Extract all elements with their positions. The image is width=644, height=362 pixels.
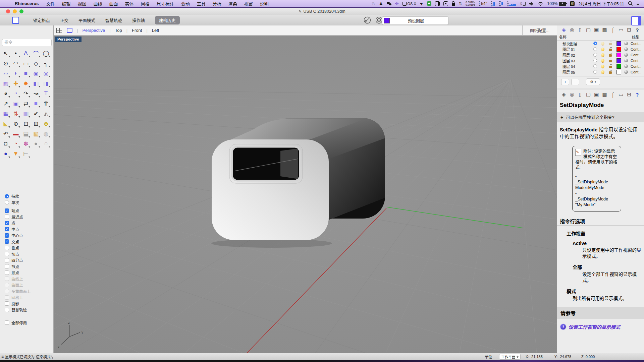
spotlight-search-icon[interactable] xyxy=(628,1,633,6)
ssd-monitor[interactable]: SSD xyxy=(491,1,495,7)
surface-curved-icon[interactable]: ◗ xyxy=(11,68,21,78)
osnap-垂点[interactable]: 垂点 xyxy=(5,245,52,251)
toolbar-toggle[interactable]: 操作轴 xyxy=(132,17,145,23)
viewport-tab-front[interactable]: Front xyxy=(132,28,142,33)
box-icon[interactable]: ▢ xyxy=(585,27,592,33)
toolbar-toggle[interactable]: 平面模式 xyxy=(78,17,95,23)
split-left-icon[interactable]: ◧ xyxy=(31,78,41,88)
osnap-节点[interactable]: 节点 xyxy=(5,263,52,270)
layer-row[interactable]: 图层 01Cont... xyxy=(557,46,644,52)
toolbar-toggle[interactable]: 智慧轨迹 xyxy=(105,17,122,23)
osnap-投影[interactable]: 投影 xyxy=(5,301,52,307)
layer-lock-icon[interactable] xyxy=(609,54,612,57)
wifi-icon[interactable] xyxy=(538,2,543,6)
four-viewport-icon[interactable] xyxy=(56,28,62,33)
menubar-item[interactable]: 尺寸标注 xyxy=(157,0,174,7)
viewport-title-overlay[interactable]: Perspective xyxy=(55,37,82,42)
where-to-find-bar[interactable]: + 可以在哪里找到这个指令? xyxy=(557,112,644,122)
command-input[interactable] xyxy=(2,39,52,46)
trim-icon[interactable]: ▥ xyxy=(21,109,31,119)
layer-visibility-bulb[interactable] xyxy=(601,53,604,57)
page-icon[interactable]: ▯ xyxy=(577,27,584,33)
osnap-中点[interactable]: ✓中点 xyxy=(5,226,52,233)
single-viewport-icon[interactable] xyxy=(67,28,72,33)
osnap-radio-持续[interactable]: 持续 xyxy=(5,193,52,199)
layer-lock-icon[interactable] xyxy=(609,49,612,51)
perspective-viewport[interactable]: zxy Perspective xyxy=(54,36,557,353)
notification-center-icon[interactable]: ≡ xyxy=(637,1,639,6)
cage-edit-icon[interactable]: ◭ xyxy=(41,109,51,119)
cone-icon[interactable]: ▼ xyxy=(11,149,21,159)
menubar-item[interactable]: 变动 xyxy=(181,0,190,7)
polygon-icon[interactable]: ◇ xyxy=(31,58,41,68)
layer-row[interactable]: 图层 02Cont... xyxy=(557,52,644,58)
record-history-icon[interactable] xyxy=(364,16,371,24)
polyline-icon[interactable]: Λ xyxy=(21,48,31,58)
explode-icon[interactable]: ✸ xyxy=(21,78,31,88)
current-layer-radio[interactable] xyxy=(593,70,597,74)
menubar-item[interactable]: 视图 xyxy=(78,0,87,7)
properties-icon[interactable]: ◎ xyxy=(569,27,575,33)
circle-icon[interactable]: ◯ xyxy=(41,48,51,58)
wechat-icon[interactable] xyxy=(387,2,391,5)
sensor-temp[interactable]: SEN 54° xyxy=(479,1,487,7)
current-layer-radio[interactable] xyxy=(593,47,597,51)
layer-linetype[interactable]: Cont... xyxy=(631,47,641,51)
see-also-link[interactable]: 设置工作视窗的显示模式 xyxy=(569,323,620,330)
osnap-智慧轨迹[interactable]: 智慧轨迹 xyxy=(5,307,52,313)
target-icon[interactable] xyxy=(375,16,383,24)
osnap-切点[interactable]: 切点 xyxy=(5,251,52,257)
layer-visibility-bulb[interactable] xyxy=(601,48,604,51)
scroll-icon[interactable]: ⌠ xyxy=(609,27,616,33)
cplane-dropdown[interactable]: 工作平面 xyxy=(499,354,521,360)
array-icon[interactable]: ▦ xyxy=(1,109,11,119)
arc-icon[interactable]: ◠ xyxy=(11,58,21,68)
move-icon[interactable]: ↗ xyxy=(1,99,11,109)
volume-icon[interactable] xyxy=(529,2,534,6)
current-layer-radio[interactable] xyxy=(593,42,597,45)
menubar-item[interactable]: 工具 xyxy=(197,0,206,7)
layers-icon[interactable]: ◈ xyxy=(560,92,567,98)
select-cursor-icon[interactable]: ↖ xyxy=(1,48,11,58)
layer-visibility-bulb[interactable] xyxy=(601,42,604,45)
toolbar-toggle[interactable]: 锁定格点 xyxy=(33,17,50,23)
menubar-item[interactable]: 文件 xyxy=(46,0,55,7)
penguin-icon[interactable]: ♟ xyxy=(379,1,383,6)
rectangle-icon[interactable]: ▭ xyxy=(21,58,31,68)
layer-material-sphere[interactable] xyxy=(624,59,628,62)
ellipse-icon[interactable]: ⊙ xyxy=(1,58,11,68)
osnap-点[interactable]: ✓点 xyxy=(5,220,52,226)
osnap-disable-all[interactable]: 全部停用 xyxy=(5,320,52,326)
wireframe-sphere-icon[interactable]: ◌ xyxy=(41,139,51,149)
fillet-curve-icon[interactable]: ╮ xyxy=(41,58,51,68)
rhino-app-icon[interactable] xyxy=(12,17,19,24)
curve-edit-icon[interactable]: ↷ xyxy=(21,88,31,99)
input-method-icon[interactable]: 拼 xyxy=(570,1,575,6)
named-view-icon[interactable]: ▬ xyxy=(11,129,21,139)
updown-arrows-icon[interactable]: ⇅ xyxy=(459,1,462,6)
osnap-中心点[interactable]: ✓中心点 xyxy=(5,232,52,239)
properties-icon[interactable]: ◎ xyxy=(569,92,575,98)
puzzle-plugin-icon[interactable]: ✚ xyxy=(11,78,21,88)
layer-linetype[interactable]: Cont... xyxy=(631,42,641,46)
layer-lock-icon[interactable] xyxy=(609,66,612,68)
scroll-icon[interactable]: ⌠ xyxy=(609,92,616,98)
osnap-端点[interactable]: ✓端点 xyxy=(5,207,52,214)
layout-shapes-icon[interactable]: ▧ xyxy=(31,129,41,139)
layout-config-button[interactable]: 图纸配置... xyxy=(522,25,557,35)
green-app-icon[interactable]: ✚ xyxy=(427,1,431,6)
menubar-item[interactable]: 视窗 xyxy=(244,0,253,7)
surface-plane-icon[interactable]: ▱ xyxy=(1,68,11,78)
render-sphere-icon[interactable]: ● xyxy=(31,139,41,149)
layer-material-sphere[interactable] xyxy=(624,53,628,57)
solid-torus-icon[interactable]: ◎ xyxy=(41,68,51,78)
net-icon[interactable]: ▩ xyxy=(601,27,608,33)
layer-lock-icon[interactable] xyxy=(609,43,612,45)
osnap-多重曲面上[interactable]: 多重曲面上 xyxy=(5,288,52,295)
net-icon[interactable]: ▩ xyxy=(601,92,608,98)
lock-icon[interactable] xyxy=(452,3,455,6)
record-icon[interactable] xyxy=(443,1,448,6)
toolbar-toggle[interactable]: 正交 xyxy=(60,17,68,23)
current-layer-radio[interactable] xyxy=(593,64,597,68)
layer-row[interactable]: 图层 03Cont... xyxy=(557,58,644,63)
